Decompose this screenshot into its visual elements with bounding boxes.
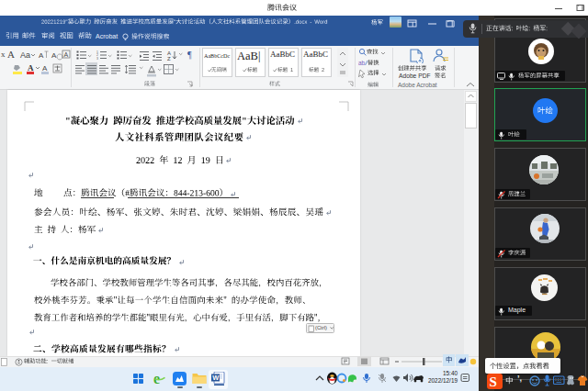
svg-text:e: e [153,371,160,385]
svg-text:¶: ¶ [187,50,192,60]
svg-text:ab: ab [358,60,366,66]
svg-text:A: A [28,63,34,73]
svg-text:x: x [1,50,6,59]
svg-text:A: A [64,51,69,58]
svg-text:S: S [490,374,497,389]
svg-text:A: A [51,51,57,60]
svg-text:A: A [7,49,15,60]
svg-text:Aa: Aa [20,50,30,60]
svg-text:A: A [39,51,44,60]
svg-text:A: A [42,64,48,73]
svg-text:3: 3 [96,57,98,61]
svg-text:W: W [212,374,220,382]
svg-text:Z: Z [167,56,171,61]
